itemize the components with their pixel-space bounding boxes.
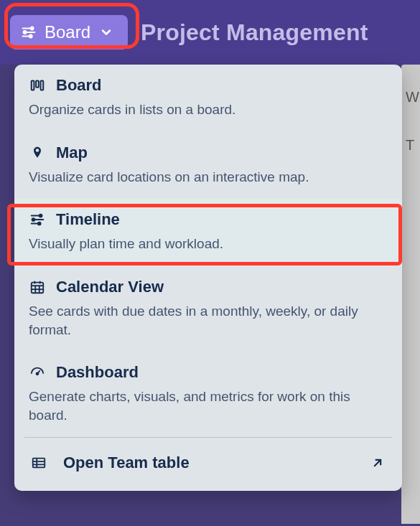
svg-line-28 bbox=[375, 460, 381, 466]
gauge-icon bbox=[29, 364, 46, 381]
calendar-icon bbox=[29, 278, 46, 296]
dropdown-item-desc: Visually plan time and workload. bbox=[29, 235, 388, 253]
dropdown-item-map[interactable]: Map Visualize card locations on an inter… bbox=[14, 132, 402, 199]
table-icon bbox=[30, 454, 47, 471]
timeline-icon bbox=[20, 24, 37, 41]
svg-point-3 bbox=[24, 31, 27, 34]
dropdown-item-desc: Generate charts, visuals, and metrics fo… bbox=[29, 388, 388, 424]
svg-point-12 bbox=[32, 218, 35, 221]
dropdown-item-desc: Visualize card locations on an interacti… bbox=[29, 168, 388, 187]
dropdown-item-board[interactable]: Board Organize cards in lists on a board… bbox=[14, 65, 402, 132]
view-switcher-dropdown: Board Organize cards in lists on a board… bbox=[14, 65, 402, 491]
view-switcher[interactable]: Board bbox=[10, 15, 128, 50]
dropdown-item-title: Timeline bbox=[56, 210, 120, 229]
dropdown-item-dashboard[interactable]: Dashboard Generate charts, visuals, and … bbox=[14, 352, 402, 437]
dropdown-item-title: Dashboard bbox=[56, 363, 139, 382]
dropdown-item-desc: See cards with due dates in a monthly, w… bbox=[29, 302, 388, 339]
svg-point-5 bbox=[29, 35, 32, 38]
timeline-icon bbox=[29, 211, 46, 228]
svg-point-14 bbox=[38, 222, 41, 225]
topbar: Board Project Management bbox=[0, 0, 420, 65]
map-pin-icon bbox=[29, 144, 46, 161]
svg-point-10 bbox=[39, 215, 42, 217]
board-icon bbox=[29, 77, 46, 94]
open-external-icon bbox=[369, 454, 386, 471]
dropdown-item-title: Board bbox=[56, 76, 102, 95]
svg-rect-15 bbox=[32, 283, 44, 293]
svg-rect-8 bbox=[41, 81, 44, 90]
dropdown-item-desc: Organize cards in lists on a board. bbox=[29, 100, 388, 119]
svg-point-23 bbox=[37, 373, 39, 375]
svg-point-1 bbox=[31, 27, 34, 30]
dropdown-item-title: Calendar View bbox=[56, 278, 164, 296]
page-title: Project Management bbox=[141, 19, 368, 46]
dropdown-item-title: Map bbox=[56, 144, 88, 162]
svg-rect-7 bbox=[36, 81, 39, 88]
view-switcher-label: Board bbox=[45, 22, 90, 42]
svg-rect-6 bbox=[32, 81, 34, 90]
chevron-down-icon bbox=[98, 24, 115, 41]
dropdown-open-team-table-label: Open Team table bbox=[63, 454, 353, 472]
dropdown-open-team-table[interactable]: Open Team table bbox=[14, 438, 402, 491]
dropdown-item-calendar[interactable]: Calendar View See cards with due dates i… bbox=[14, 266, 402, 352]
svg-rect-24 bbox=[33, 459, 45, 468]
dropdown-item-timeline[interactable]: Timeline Visually plan time and workload… bbox=[14, 199, 402, 266]
